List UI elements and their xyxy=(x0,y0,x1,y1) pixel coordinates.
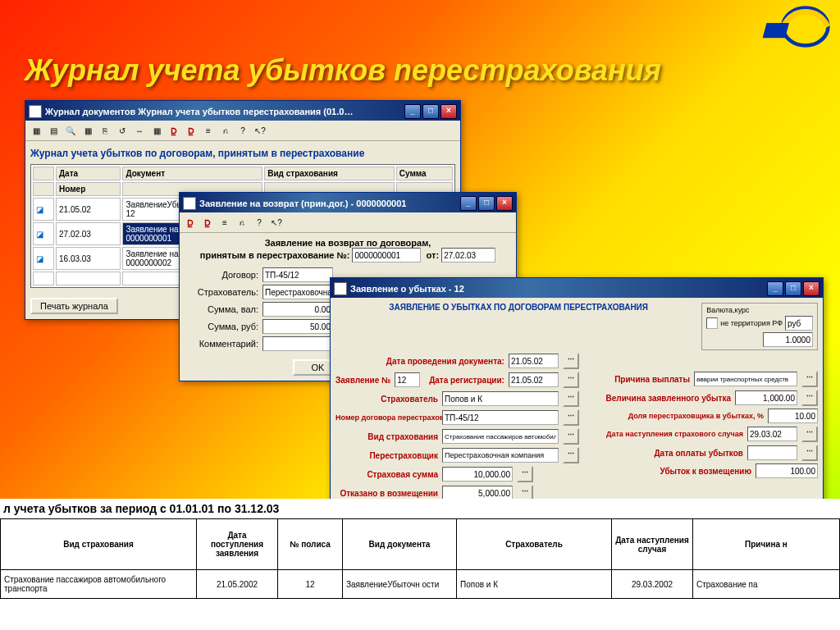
search-icon[interactable]: 🔍 xyxy=(63,123,78,138)
currency-box-label: Валюта,курс xyxy=(706,306,813,314)
casedate-input[interactable] xyxy=(747,427,797,441)
sumrub-label: Сумма, руб: xyxy=(185,322,258,331)
date-picker-button[interactable]: ⋯ xyxy=(563,353,579,369)
close-button[interactable]: × xyxy=(441,104,457,119)
tool-icon[interactable]: D̲ xyxy=(184,123,199,138)
report-table: Вид страхования Дата поступления заявлен… xyxy=(0,518,840,599)
insurer-input[interactable] xyxy=(442,391,559,406)
app-icon xyxy=(29,105,42,118)
window-title: Заявление на возврат (прин.дог.) - 00000… xyxy=(199,199,460,208)
toolbar: D̲D̲≡⎌?↖? xyxy=(180,212,516,233)
col-reason: Причина н xyxy=(693,519,840,570)
rate-input[interactable] xyxy=(763,332,813,347)
tool-icon[interactable]: ≡ xyxy=(217,215,232,230)
help-icon[interactable]: ? xyxy=(235,123,250,138)
brand-logo xyxy=(742,4,832,49)
maximize-button[interactable]: □ xyxy=(785,281,801,296)
loss-input[interactable] xyxy=(735,390,797,405)
regdate-input[interactable] xyxy=(509,372,559,387)
col-doctype: Вид документа xyxy=(343,519,457,570)
date-input[interactable] xyxy=(441,248,495,262)
col-appdate: Дата поступления заявления xyxy=(197,519,278,570)
application-number-input[interactable] xyxy=(352,248,421,262)
titlebar: Заявление на возврат (прин.дог.) - 00000… xyxy=(180,193,516,212)
insurer-label: Страхователь: xyxy=(185,287,258,297)
calc-button[interactable]: ⋯ xyxy=(517,466,533,482)
close-button[interactable]: × xyxy=(496,196,513,211)
comp-input[interactable] xyxy=(756,463,818,478)
print-journal-button[interactable]: Печать журнала xyxy=(30,298,118,314)
col-policy: № полиса xyxy=(278,519,343,570)
calc-button[interactable]: ⋯ xyxy=(801,390,818,406)
tool-icon[interactable]: ⎘ xyxy=(98,123,112,138)
contract-input[interactable] xyxy=(442,410,559,425)
minimize-button[interactable]: _ xyxy=(767,281,783,296)
titlebar: Журнал документов Журнал учета убытков п… xyxy=(25,101,460,121)
tool-icon[interactable]: ⎌ xyxy=(218,123,233,138)
cursor-help-icon[interactable]: ↖? xyxy=(269,215,284,230)
svg-rect-1 xyxy=(763,23,789,38)
lookup-button[interactable]: ⋯ xyxy=(801,371,818,387)
col-doc[interactable]: Документ xyxy=(122,167,262,180)
tool-icon[interactable]: D̲ xyxy=(183,215,198,230)
col-sum[interactable]: Сумма xyxy=(396,167,453,180)
tool-icon[interactable]: ▦ xyxy=(149,123,164,138)
journal-heading: Журнал учета убытков по договорам, приня… xyxy=(30,148,455,159)
date-picker-button[interactable]: ⋯ xyxy=(563,372,579,388)
col-casedate: Дата наступления случая xyxy=(612,519,693,570)
tool-icon[interactable]: ↔ xyxy=(132,123,147,138)
slide-title: Журнал учета убытков перестрахования xyxy=(25,53,661,88)
col-date[interactable]: Дата xyxy=(56,167,121,180)
report-row: Страхование пассажиров автомобильного тр… xyxy=(1,570,840,599)
tool-icon[interactable]: D̲ xyxy=(167,123,181,138)
currency-input[interactable] xyxy=(785,316,813,331)
col-instype[interactable]: Вид страхования xyxy=(264,167,395,180)
tool-icon[interactable]: ▦ xyxy=(80,123,95,138)
col-instype: Вид страхования xyxy=(1,519,197,570)
col-insurer: Страхователь xyxy=(457,519,612,570)
contract-input[interactable] xyxy=(262,267,333,282)
date-picker-button[interactable]: ⋯ xyxy=(801,445,818,461)
reason-input[interactable] xyxy=(694,372,797,386)
window-title: Журнал документов Журнал учета убытков п… xyxy=(45,107,404,116)
sumval-input[interactable] xyxy=(262,302,333,317)
pct-input[interactable] xyxy=(768,409,818,423)
maximize-button[interactable]: □ xyxy=(422,104,439,119)
inssum-input[interactable] xyxy=(442,467,513,482)
tool-icon[interactable]: ▦ xyxy=(29,123,43,138)
sumval-label: Сумма, вал: xyxy=(185,304,258,314)
titlebar: Заявление о убытках - 12_□× xyxy=(331,278,823,298)
col-num[interactable]: Номер xyxy=(56,182,121,196)
lookup-button[interactable]: ⋯ xyxy=(563,428,579,445)
paydate-input[interactable] xyxy=(747,445,797,460)
help-icon[interactable]: ? xyxy=(252,215,267,230)
not-rf-checkbox[interactable] xyxy=(706,317,718,329)
cursor-help-icon[interactable]: ↖? xyxy=(253,123,267,138)
maximize-button[interactable]: □ xyxy=(478,196,495,211)
instype-input[interactable] xyxy=(442,429,559,444)
not-rf-label: не территория РФ xyxy=(720,319,783,327)
appnum-input[interactable] xyxy=(395,372,420,387)
lookup-button[interactable]: ⋯ xyxy=(563,390,579,407)
tool-icon[interactable]: D̲ xyxy=(200,215,215,230)
tool-icon[interactable]: ↺ xyxy=(115,123,130,138)
tool-icon[interactable]: ▤ xyxy=(46,123,61,138)
sumrub-input[interactable] xyxy=(262,319,333,334)
contract-label: Договор: xyxy=(185,270,258,280)
tool-icon[interactable]: ⎌ xyxy=(235,215,249,230)
doc-icon xyxy=(334,282,347,295)
lookup-button[interactable]: ⋯ xyxy=(563,447,579,463)
comment-label: Комментарий: xyxy=(185,339,258,349)
date-picker-button[interactable]: ⋯ xyxy=(801,426,818,442)
docdate-input[interactable] xyxy=(509,354,559,368)
doc-icon xyxy=(183,197,196,210)
window-title: Заявление о убытках - 12 xyxy=(350,284,767,294)
lookup-button[interactable]: ⋯ xyxy=(563,409,579,426)
minimize-button[interactable]: _ xyxy=(404,104,421,119)
minimize-button[interactable]: _ xyxy=(460,196,477,211)
report-title: л учета убытков за период с 01.01.01 по … xyxy=(0,499,840,518)
close-button[interactable]: × xyxy=(803,281,819,296)
tool-icon[interactable]: ≡ xyxy=(201,123,216,138)
reins-input[interactable] xyxy=(442,448,559,463)
heading-line1: Заявление на возврат по договорам, xyxy=(265,238,431,248)
